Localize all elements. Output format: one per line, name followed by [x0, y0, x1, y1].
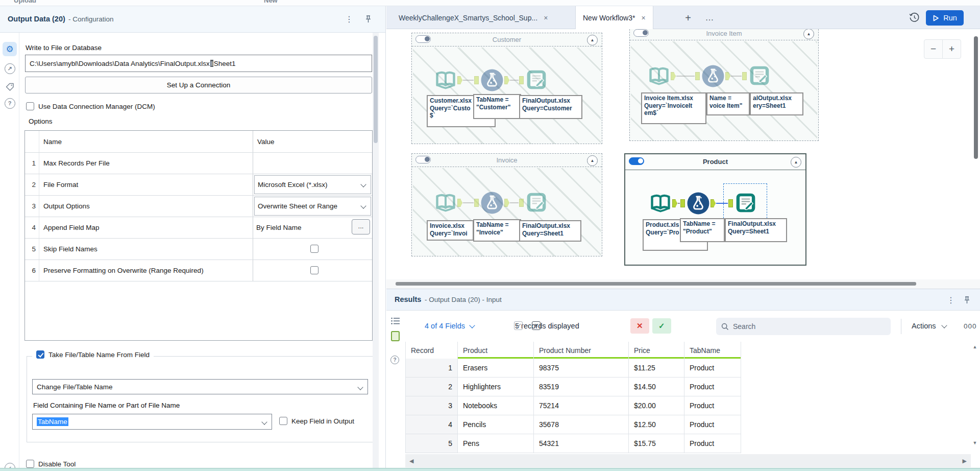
gear-icon[interactable]: ⚙: [3, 42, 17, 56]
list-view-icon[interactable]: [391, 317, 400, 325]
option-checkbox[interactable]: [310, 245, 318, 253]
tag-icon[interactable]: [3, 80, 17, 94]
actions-chevron-icon[interactable]: [941, 322, 947, 328]
keep-field-checkbox[interactable]: Keep Field in Output: [279, 417, 354, 425]
canvas-vertical-scrollbar[interactable]: [974, 34, 978, 274]
connection-wire[interactable]: [731, 76, 742, 77]
output-data-tool[interactable]: [525, 191, 548, 214]
option-checkbox[interactable]: [310, 266, 318, 274]
pin-icon[interactable]: [364, 15, 372, 23]
scroll-right-icon[interactable]: ▶: [963, 458, 967, 464]
results-scroll-down-icon[interactable]: ▼: [972, 440, 978, 445]
column-header-product[interactable]: Product: [458, 342, 534, 359]
take-file-name-checkbox-box[interactable]: [36, 350, 44, 359]
input-anchor[interactable]: [519, 199, 524, 207]
take-file-name-checkbox[interactable]: Take File/Table Name From Field: [32, 350, 154, 359]
table-row[interactable]: 1Erasers98375$11.25Product: [405, 359, 741, 378]
run-button[interactable]: Run: [926, 10, 964, 26]
dcm-checkbox-box[interactable]: [26, 102, 34, 110]
option-value-select[interactable]: Overwrite Sheet or Range: [254, 197, 371, 216]
disable-tool-checkbox-box[interactable]: [26, 460, 34, 468]
formula-tool[interactable]: [480, 68, 503, 91]
history-icon[interactable]: [909, 12, 920, 23]
scroll-left-icon[interactable]: ◀: [409, 458, 413, 464]
deselect-fields-icon[interactable]: ✕: [532, 321, 541, 330]
table-row[interactable]: 2Highlighters83519$14.50Product: [405, 378, 741, 396]
results-grid[interactable]: RecordProductProduct NumberPriceTabName1…: [405, 342, 741, 453]
panel-menu-icon[interactable]: ⋮: [345, 14, 354, 24]
column-header-tabname[interactable]: TabName: [684, 342, 741, 359]
open-example-icon[interactable]: ↗: [3, 61, 17, 76]
input-anchor[interactable]: [474, 199, 479, 207]
workflow-canvas[interactable]: Customer▲Customer.xlsxQuery=`Custo$`TabN…: [386, 29, 980, 279]
tool-container-product[interactable]: Product▲Product.xlsQuery=`ProTabName ="P…: [624, 153, 806, 266]
column-header-record[interactable]: Record: [405, 342, 458, 359]
collapse-container-icon[interactable]: ▲: [587, 35, 598, 45]
connection-wire[interactable]: [510, 202, 519, 203]
output-data-tool[interactable]: [748, 64, 771, 87]
input-data-tool[interactable]: [434, 68, 457, 91]
append-field-map-ellipsis-button[interactable]: ...: [352, 219, 370, 234]
connection-wire[interactable]: [463, 202, 474, 203]
column-header-product-number[interactable]: Product Number: [534, 342, 629, 359]
formula-tool[interactable]: [687, 192, 709, 214]
disable-tool-checkbox[interactable]: Disable Tool: [26, 460, 76, 468]
help-icon[interactable]: ?: [3, 96, 17, 110]
output-data-tool[interactable]: [525, 68, 548, 91]
column-header-price[interactable]: Price: [629, 342, 684, 359]
output-path-input[interactable]: C:\Users\amybl\Downloads\Data Analytics\…: [25, 55, 372, 72]
search-input[interactable]: [733, 322, 876, 331]
input-anchor[interactable]: [680, 199, 685, 207]
close-tab-icon[interactable]: ×: [544, 14, 548, 22]
results-help-icon[interactable]: ?: [390, 356, 399, 364]
table-row[interactable]: 5Pens54321$15.75Product: [405, 434, 741, 453]
fields-dropdown[interactable]: 4 of 4 Fields: [425, 322, 465, 330]
connection-wire[interactable]: [463, 80, 474, 81]
results-horizontal-scrollbar[interactable]: ◀ ▶: [405, 454, 971, 467]
input-data-tool[interactable]: [434, 191, 457, 214]
actions-dropdown[interactable]: Actions: [912, 322, 936, 330]
tool-container-invoice[interactable]: Invoice▲Invoice.xlsxQuery=`InvoiTabName …: [411, 153, 602, 256]
results-scroll-up-icon[interactable]: ▲: [972, 344, 978, 349]
tool-container-invoice-item[interactable]: Invoice Item▲Invoice Item.xlsxQuery=`Inv…: [629, 29, 819, 141]
config-scrollbar[interactable]: [373, 33, 379, 468]
input-anchor[interactable]: [519, 76, 524, 84]
change-file-table-name-select[interactable]: Change File/Table Name: [32, 379, 368, 394]
success-filter-button[interactable]: ✓: [652, 318, 671, 334]
table-row[interactable]: 3Notebooks75214$20.00Product: [405, 396, 741, 415]
input-anchor[interactable]: [474, 76, 479, 84]
canvas-horizontal-scrollbar[interactable]: [386, 279, 980, 289]
tool-container-customer[interactable]: Customer▲Customer.xlsxQuery=`Custo$`TabN…: [411, 33, 602, 144]
errors-filter-button[interactable]: ✕: [630, 318, 649, 334]
search-box[interactable]: [716, 318, 891, 335]
input-data-tool[interactable]: [649, 192, 672, 214]
results-menu-icon[interactable]: ⋮: [946, 295, 955, 305]
new-tab-button[interactable]: +: [680, 10, 696, 26]
field-name-combobox[interactable]: TabName: [32, 414, 272, 430]
select-fields-icon[interactable]: [514, 321, 523, 330]
connection-wire[interactable]: [676, 76, 695, 77]
collapse-container-icon[interactable]: ▲: [587, 155, 598, 166]
collapse-container-icon[interactable]: ▲: [791, 157, 801, 168]
input-anchor-indicator-icon[interactable]: [391, 331, 400, 341]
input-anchor[interactable]: [742, 72, 747, 80]
tab-overflow-icon[interactable]: …: [702, 10, 717, 26]
connection-wire[interactable]: [678, 203, 680, 204]
formula-tool[interactable]: [480, 191, 503, 214]
results-pin-icon[interactable]: [963, 296, 971, 304]
option-value-select[interactable]: Microsoft Excel (*.xlsx): [254, 175, 371, 194]
close-tab-icon[interactable]: ×: [641, 14, 645, 22]
fields-chevron-icon[interactable]: [469, 322, 475, 328]
dcm-checkbox[interactable]: Use Data Connection Manager (DCM): [26, 102, 155, 110]
keep-field-checkbox-box[interactable]: [279, 417, 287, 425]
zoom-in-button[interactable]: +: [942, 39, 961, 59]
input-anchor[interactable]: [695, 72, 700, 80]
input-data-tool[interactable]: [648, 64, 670, 87]
setup-connection-button[interactable]: Set Up a Connection: [25, 77, 372, 93]
connection-wire[interactable]: [510, 80, 519, 81]
workflow-tab-0[interactable]: WeeklyChallengeX_Smartys_School_Sup...×: [391, 6, 555, 29]
zoom-out-button[interactable]: −: [924, 39, 943, 59]
collapse-container-icon[interactable]: ▲: [803, 29, 814, 39]
formula-tool[interactable]: [701, 64, 724, 87]
workflow-tab-1[interactable]: New Workflow3*×: [575, 6, 653, 30]
